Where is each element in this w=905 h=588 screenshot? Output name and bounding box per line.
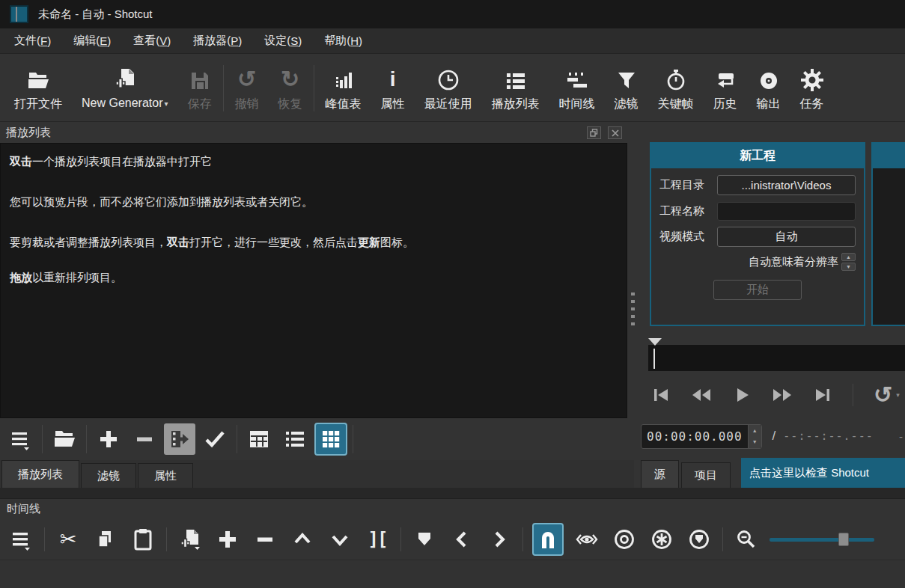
tab-source[interactable]: 源 [641, 460, 679, 488]
redo-button[interactable]: ↻ 恢复 [269, 59, 312, 117]
spin-down-button[interactable]: ▼ [841, 263, 856, 271]
view-icons-button[interactable] [314, 423, 347, 456]
properties-button[interactable]: i 属性 [371, 59, 415, 117]
view-details-button[interactable] [243, 423, 275, 456]
rewind-button[interactable] [691, 385, 712, 405]
playlist-menu-button[interactable] [4, 423, 37, 456]
ripple-all-tracks-button[interactable] [647, 524, 676, 554]
split-button[interactable]: ][ [363, 524, 391, 554]
project-folder-button[interactable]: ...inistrator\Videos [717, 175, 856, 195]
transport-controls: ↺ ▾ [638, 376, 905, 414]
ripple-button[interactable] [610, 524, 639, 554]
playlist-button[interactable]: 播放列表 [482, 59, 549, 117]
overwrite-button[interactable] [326, 524, 354, 554]
menu-player[interactable]: 播放器(P) [182, 28, 253, 53]
new-generator-button[interactable]: New Generator▾ [72, 59, 178, 117]
timecode-spin-down[interactable]: ▼ [749, 436, 761, 448]
timeline-button[interactable]: 时间线 [549, 59, 605, 117]
lift-button[interactable] [288, 524, 317, 554]
panel-splitter-handle[interactable] [631, 293, 635, 325]
undo-icon: ↺ [237, 64, 256, 91]
dock-tab-bar: 播放列表 滤镜 属性 [0, 460, 634, 488]
playlist-toolbar [0, 418, 634, 460]
split-icon: ][ [368, 529, 387, 550]
player-seek-bar[interactable] [648, 345, 905, 371]
previous-marker-button[interactable] [448, 524, 476, 554]
paste-button[interactable] [129, 524, 157, 554]
scrub-while-dragging-button[interactable] [573, 524, 601, 554]
playhead-marker-icon[interactable] [648, 338, 662, 346]
menu-file[interactable]: 文件(F) [3, 28, 62, 53]
playlist-dock-header: 播放列表 [0, 123, 634, 143]
zoom-out-button[interactable] [732, 524, 761, 554]
timeline-add-button[interactable] [213, 524, 242, 554]
playlist-append-button[interactable] [92, 423, 125, 456]
float-panel-button[interactable] [587, 126, 601, 139]
play-button[interactable] [732, 385, 752, 405]
playhead-cursor [653, 349, 655, 369]
menu-view[interactable]: 查看(V) [122, 28, 182, 53]
new-project-title: 新工程 [651, 144, 864, 168]
filters-button[interactable]: 滤镜 [605, 59, 648, 117]
timecode-spin-up[interactable]: ▲ [749, 425, 761, 437]
history-button[interactable]: 历史 [704, 59, 747, 117]
snap-toggle-button[interactable] [532, 523, 564, 556]
current-timecode-field[interactable]: 00:00:00.000 ▲ ▼ [641, 424, 762, 449]
open-file-button[interactable]: 打开文件 [4, 59, 72, 117]
clock-icon [437, 64, 460, 91]
append-clip-button[interactable] [176, 524, 204, 554]
menu-settings[interactable]: 设定(S) [253, 28, 313, 53]
update-check-banner[interactable]: 点击这里以检查 Shotcut [741, 458, 905, 488]
video-mode-label: 视频模式 [659, 230, 710, 244]
ripple-markers-button[interactable] [685, 524, 713, 554]
recent-button[interactable]: 最近使用 [415, 59, 482, 117]
open-folder-icon [26, 64, 50, 91]
project-name-input[interactable] [717, 202, 856, 221]
save-icon [189, 64, 210, 91]
project-name-label: 工程名称 [659, 204, 710, 218]
timeline-zoom-slider[interactable] [770, 524, 874, 554]
close-panel-button[interactable] [608, 126, 622, 139]
start-button[interactable]: 开始 [713, 280, 802, 300]
peak-meter-button[interactable]: 峰值表 [316, 59, 371, 117]
hint-preview: 您可以预览片段，而不必将它们添加到播放列表或者关闭它。 [10, 194, 618, 209]
playlist-update-button[interactable] [164, 423, 195, 455]
save-button[interactable]: 保存 [178, 59, 222, 117]
timeline-menu-button[interactable] [7, 524, 35, 554]
loop-button[interactable]: ↺ ▾ [874, 384, 900, 406]
playlist-update-thumbnails-button[interactable] [198, 423, 231, 456]
skip-to-start-button[interactable] [651, 385, 671, 405]
main-toolbar: 打开文件 New Generator▾ 保存 ↺ 撤销 ↻ 恢复 [0, 55, 905, 122]
menu-edit[interactable]: 编辑(E) [62, 28, 122, 53]
marker-button[interactable] [410, 524, 439, 554]
cut-button[interactable]: ✂ [54, 524, 82, 554]
playlist-remove-button[interactable] [128, 423, 161, 456]
dropdown-arrow-icon: ▾ [165, 97, 168, 111]
filter-funnel-icon [616, 64, 637, 91]
title-bar: 未命名 - 自动 - Shotcut [0, 0, 905, 28]
video-mode-button[interactable]: 自动 [717, 227, 856, 247]
gear-icon [801, 64, 823, 91]
skip-to-end-button[interactable] [813, 385, 832, 405]
next-marker-button[interactable] [485, 524, 514, 554]
tab-project[interactable]: 项目 [681, 462, 731, 488]
timeline-remove-button[interactable] [251, 524, 279, 554]
timeline-track-area[interactable] [0, 560, 905, 588]
export-button[interactable]: 输出 [747, 59, 790, 117]
copy-button[interactable] [91, 524, 120, 554]
zoom-slider-handle[interactable] [838, 533, 849, 546]
playlist-open-button[interactable] [48, 423, 81, 456]
toolbar-separator [314, 65, 314, 111]
tab-properties[interactable]: 属性 [138, 463, 193, 488]
disc-icon [758, 64, 779, 91]
view-tiles-button[interactable] [278, 423, 311, 456]
undo-button[interactable]: ↺ 撤销 [225, 59, 269, 117]
spin-up-button[interactable]: ▲ [841, 253, 856, 261]
tab-playlist[interactable]: 播放列表 [1, 460, 79, 488]
jobs-button[interactable]: 任务 [790, 59, 834, 117]
fast-forward-button[interactable] [772, 385, 793, 405]
tab-filters[interactable]: 滤镜 [81, 463, 136, 488]
recent-projects-panel-partial [871, 142, 905, 326]
menu-help[interactable]: 帮助(H) [313, 28, 374, 53]
keyframes-button[interactable]: 关键帧 [648, 59, 704, 117]
